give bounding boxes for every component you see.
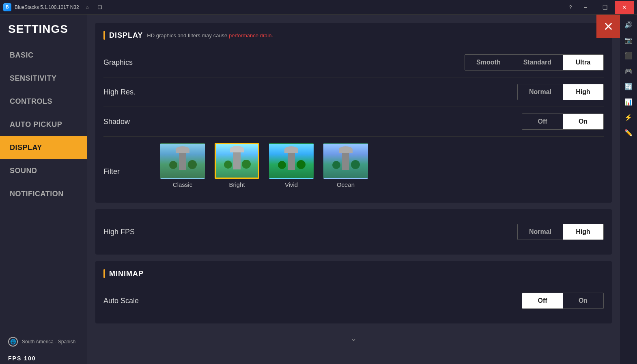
overlay-close-button[interactable]: ✕	[596, 15, 620, 38]
graphics-standard-btn[interactable]: Standard	[512, 55, 563, 70]
graphics-label: Graphics	[103, 58, 133, 67]
highres-normal-btn[interactable]: Normal	[518, 84, 563, 100]
graphics-ultra-btn[interactable]: Ultra	[563, 55, 603, 70]
sidebar-item-sensitivity[interactable]: SENSITIVITY	[0, 67, 87, 90]
title-bar-controls: ? − ❑ ✕	[566, 1, 634, 14]
shadow-label: Shadow	[103, 118, 130, 126]
home-icon[interactable]: ⌂	[82, 2, 92, 12]
highfps-row: High FPS Normal High	[103, 217, 604, 246]
sidebar-footer: 🌐 South America - Spanish	[0, 331, 87, 353]
filter-row: Filter Classic	[103, 137, 604, 195]
scroll-indicator: ⌄	[95, 330, 612, 347]
sidebar-item-basic[interactable]: BASIC	[0, 44, 87, 67]
content-area: DISPLAY HD graphics and filters may caus…	[87, 15, 620, 364]
rs-icon-chart[interactable]: 📊	[622, 95, 635, 109]
filter-options: Classic Bright	[152, 143, 604, 188]
shadow-row: Shadow Off On	[103, 107, 604, 137]
title-bar-title: BlueStacks 5.1.100.1017 N32	[15, 4, 79, 10]
filter-bright-label: Bright	[229, 181, 245, 188]
filter-bright-thumb	[215, 143, 259, 179]
rs-icon-refresh[interactable]: 🔄	[622, 79, 635, 93]
display-section: DISPLAY HD graphics and filters may caus…	[95, 23, 612, 203]
title-bar-left: B BlueStacks 5.1.100.1017 N32 ⌂ ❑	[3, 2, 105, 12]
graphics-row: Graphics Smooth Standard Ultra	[103, 48, 604, 77]
minimap-section-bar	[103, 269, 105, 278]
filter-classic-thumb	[160, 143, 205, 179]
highres-high-btn[interactable]: High	[563, 84, 603, 100]
sidebar-item-controls[interactable]: CONTROLS	[0, 90, 87, 113]
chevron-down-icon: ⌄	[351, 334, 357, 343]
highfps-high-btn[interactable]: High	[563, 224, 603, 240]
copy-icon[interactable]: ❑	[95, 2, 105, 12]
display-section-title: DISPLAY	[109, 31, 143, 40]
highres-row: High Res. Normal High	[103, 77, 604, 107]
performance-drain-text: performance drain.	[229, 32, 273, 39]
close-button[interactable]: ✕	[615, 1, 634, 14]
language-label: South America - Spanish	[22, 339, 75, 345]
filter-classic[interactable]: Classic	[160, 143, 205, 188]
rs-icon-screen[interactable]: ⬛	[622, 49, 635, 62]
autoscale-row: Auto Scale Off On	[103, 286, 604, 315]
right-sidebar: 🔊 📷 ⬛ 🎮 🔄 📊 ⚡ ✏️	[620, 15, 637, 364]
title-bar: B BlueStacks 5.1.100.1017 N32 ⌂ ❑ ? − ❑ …	[0, 0, 637, 15]
rs-icon-lightning[interactable]: ⚡	[622, 110, 635, 124]
display-section-header: DISPLAY HD graphics and filters may caus…	[103, 31, 604, 40]
minimize-button[interactable]: −	[576, 1, 595, 14]
graphics-smooth-btn[interactable]: Smooth	[465, 55, 512, 70]
sidebar-nav: BASIC SENSITIVITY CONTROLS AUTO PICKUP D…	[0, 44, 87, 206]
section-bar	[103, 31, 105, 40]
sidebar-title: SETTINGS	[0, 15, 87, 40]
highres-label: High Res.	[103, 88, 136, 96]
sidebar-item-auto-pickup[interactable]: AUTO PICKUP	[0, 113, 87, 136]
filter-ocean[interactable]: Ocean	[323, 143, 368, 188]
sidebar-item-sound[interactable]: SOUND	[0, 159, 87, 182]
filter-classic-label: Classic	[173, 181, 192, 188]
rs-icon-volume[interactable]: 🔊	[622, 18, 635, 32]
highfps-toggle-group: Normal High	[517, 224, 604, 240]
sidebar-item-display[interactable]: DISPLAY	[0, 136, 87, 159]
minimap-section-header: MINIMAP	[103, 269, 604, 278]
minimap-section: MINIMAP Auto Scale Off On	[95, 261, 612, 323]
autoscale-off-btn[interactable]: Off	[522, 293, 563, 308]
help-icon[interactable]: ?	[566, 2, 575, 12]
restore-button[interactable]: ❑	[596, 1, 614, 14]
autoscale-label: Auto Scale	[103, 297, 139, 305]
autoscale-on-btn[interactable]: On	[563, 293, 603, 308]
sidebar-item-notification[interactable]: NOTIFICATION	[0, 182, 87, 206]
shadow-off-btn[interactable]: Off	[522, 114, 563, 129]
sidebar: SETTINGS BASIC SENSITIVITY CONTROLS AUTO…	[0, 15, 87, 364]
fps-bar: FPS 100	[0, 353, 87, 364]
rs-icon-camera[interactable]: 📷	[622, 33, 635, 47]
shadow-toggle-group: Off On	[522, 113, 604, 130]
display-section-subtitle: HD graphics and filters may cause perfor…	[147, 32, 273, 39]
shadow-on-btn[interactable]: On	[563, 114, 603, 129]
filter-label: Filter	[103, 143, 152, 176]
main-layout: SETTINGS BASIC SENSITIVITY CONTROLS AUTO…	[0, 15, 637, 364]
highfps-normal-btn[interactable]: Normal	[518, 224, 563, 240]
filter-ocean-thumb	[323, 143, 368, 179]
highfps-section: High FPS Normal High	[95, 209, 612, 255]
highfps-label: High FPS	[103, 228, 135, 236]
filter-bright[interactable]: Bright	[215, 143, 259, 188]
filter-vivid[interactable]: Vivid	[269, 143, 314, 188]
highres-toggle-group: Normal High	[517, 84, 604, 100]
minimap-section-title: MINIMAP	[109, 270, 144, 278]
filter-vivid-label: Vivid	[285, 181, 298, 188]
rs-icon-edit[interactable]: ✏️	[622, 126, 635, 139]
filter-ocean-label: Ocean	[337, 181, 355, 188]
filter-vivid-thumb	[269, 143, 314, 179]
autoscale-toggle-group: Off On	[522, 293, 604, 309]
rs-icon-gamepad[interactable]: 🎮	[622, 64, 635, 78]
globe-icon: 🌐	[8, 337, 18, 347]
graphics-toggle-group: Smooth Standard Ultra	[465, 54, 604, 71]
bluestacks-logo: B	[3, 3, 11, 11]
